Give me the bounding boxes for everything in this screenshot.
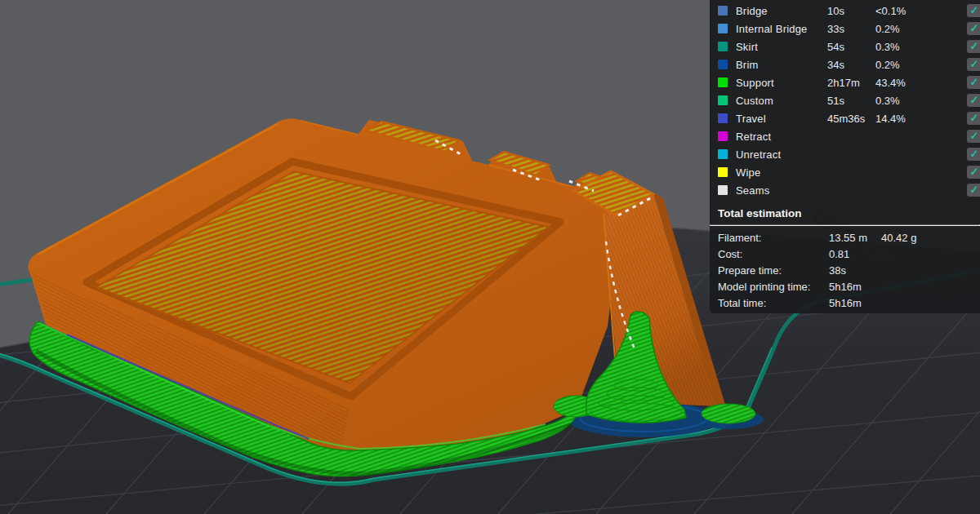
feature-color-swatch — [718, 95, 728, 105]
estimation-value: 5h16m — [829, 297, 881, 309]
estimation-row: Cost: 0.81 — [710, 246, 980, 262]
feature-visibility-checkbox[interactable]: ✓ — [967, 94, 980, 107]
feature-percent: 0.3% — [875, 41, 964, 53]
legend-row: Travel 45m36s 14.4% ✓ — [710, 109, 980, 127]
feature-label: Seams — [736, 184, 827, 197]
estimation-value: 0.81 — [829, 248, 881, 260]
feature-color-swatch — [718, 185, 728, 195]
feature-label: Support — [736, 77, 827, 89]
feature-percent: 0.2% — [875, 23, 964, 35]
feature-label: Unretract — [736, 148, 827, 161]
feature-label: Brim — [736, 59, 827, 71]
feature-time: 2h17m — [827, 77, 875, 89]
estimation-label: Total time: — [718, 297, 829, 309]
feature-color-swatch — [718, 60, 728, 69]
legend-row: Internal Bridge 33s 0.2% ✓ — [710, 20, 980, 38]
feature-visibility-checkbox[interactable]: ✓ — [967, 58, 980, 71]
estimation-row: Model printing time: 5h16m — [710, 278, 980, 295]
estimation-value: 38s — [829, 264, 881, 277]
legend-row: Support 2h17m 43.4% ✓ — [710, 73, 980, 91]
feature-percent: <0.1% — [875, 5, 964, 17]
estimation-value-secondary: 40.42 g — [881, 232, 916, 244]
estimation-row: Total time: 5h16m — [710, 295, 980, 311]
feature-label: Retract — [736, 131, 827, 143]
feature-visibility-checkbox[interactable]: ✓ — [967, 40, 980, 53]
feature-color-swatch — [718, 24, 728, 33]
feature-label: Skirt — [736, 41, 827, 53]
feature-visibility-checkbox[interactable]: ✓ — [967, 4, 980, 17]
feature-time: 10s — [827, 5, 875, 17]
feature-time: 51s — [827, 95, 875, 107]
estimation-row: Filament: 13.55 m 40.42 g — [710, 229, 980, 246]
feature-time: 54s — [827, 41, 875, 53]
support-lid-foot — [702, 404, 755, 423]
feature-percent: 43.4% — [875, 77, 964, 89]
legend-row: Seams ✓ — [710, 181, 980, 199]
estimation-label: Filament: — [718, 232, 829, 244]
feature-time: 34s — [827, 59, 875, 71]
feature-label: Wipe — [736, 166, 827, 179]
feature-color-swatch — [718, 6, 728, 16]
slicer-preview-window: Untitled — [0, 0, 980, 514]
preview-legend-panel: Bridge 10s <0.1% ✓ Internal Bridge 33s 0… — [710, 0, 980, 313]
legend-row: Skirt 54s 0.3% ✓ — [710, 38, 980, 55]
feature-visibility-checkbox[interactable]: ✓ — [967, 112, 980, 125]
feature-time: 45m36s — [827, 113, 875, 125]
feature-color-swatch — [718, 42, 728, 51]
estimation-label: Cost: — [718, 248, 829, 260]
feature-color-swatch — [718, 167, 728, 177]
total-estimation-title: Total estimation — [718, 207, 980, 219]
feature-visibility-checkbox[interactable]: ✓ — [967, 166, 980, 179]
feature-time: 33s — [827, 23, 875, 35]
feature-label: Bridge — [736, 5, 827, 17]
legend-row: Unretract ✓ — [710, 145, 980, 163]
feature-color-swatch — [718, 149, 728, 159]
feature-percent: 0.3% — [875, 95, 964, 107]
feature-percent: 14.4% — [875, 113, 964, 125]
feature-label: Custom — [736, 95, 827, 107]
legend-row: Wipe ✓ — [710, 163, 980, 181]
feature-visibility-checkbox[interactable]: ✓ — [967, 130, 980, 143]
estimation-label: Model printing time: — [718, 281, 829, 293]
legend-row: Brim 34s 0.2% ✓ — [710, 55, 980, 73]
feature-visibility-checkbox[interactable]: ✓ — [967, 184, 980, 197]
feature-percent: 0.2% — [875, 59, 964, 71]
feature-color-swatch — [718, 113, 728, 123]
estimation-label: Prepare time: — [718, 264, 829, 277]
legend-row: Custom 51s 0.3% ✓ — [710, 91, 980, 109]
legend-rows: Bridge 10s <0.1% ✓ Internal Bridge 33s 0… — [710, 0, 980, 199]
estimation-row: Prepare time: 38s — [710, 262, 980, 278]
feature-visibility-checkbox[interactable]: ✓ — [967, 76, 980, 89]
estimation-value: 5h16m — [829, 281, 881, 293]
estimation-value: 13.55 m — [829, 232, 881, 244]
feature-color-swatch — [718, 78, 728, 87]
feature-visibility-checkbox[interactable]: ✓ — [967, 22, 980, 35]
feature-label: Travel — [736, 113, 827, 125]
legend-row: Retract ✓ — [710, 127, 980, 145]
legend-row: Bridge 10s <0.1% ✓ — [710, 2, 980, 20]
totals-rows: Filament: 13.55 m 40.42 g Cost: 0.81 Pre… — [710, 226, 980, 311]
feature-label: Internal Bridge — [736, 23, 827, 35]
feature-color-swatch — [718, 131, 728, 141]
feature-visibility-checkbox[interactable]: ✓ — [967, 148, 980, 161]
